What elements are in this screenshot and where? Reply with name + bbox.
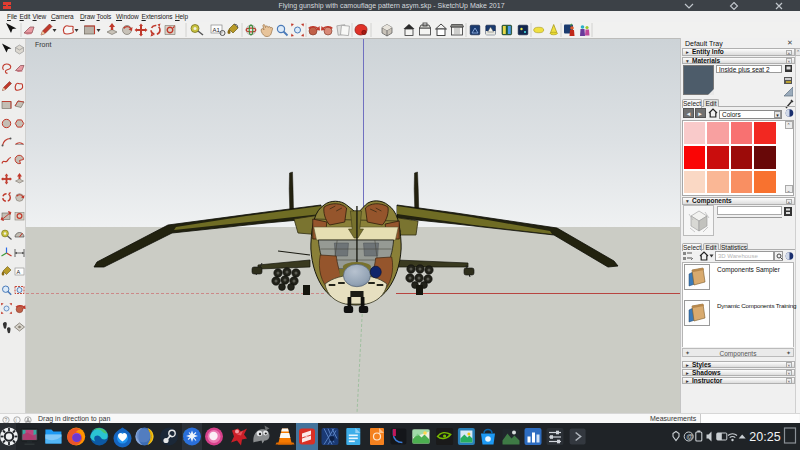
svg-text:?: ? [5,417,8,423]
svg-text:@: @ [686,433,693,440]
svg-text:i: i [16,417,17,423]
svg-text:20:25: 20:25 [749,430,780,444]
svg-text:A1: A1 [213,27,221,33]
svg-text:A: A [17,269,21,275]
